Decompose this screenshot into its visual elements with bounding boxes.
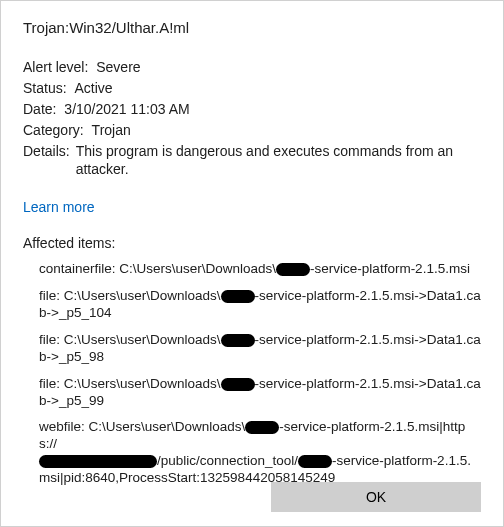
affected-item: file: C:\Users\user\Downloads\-service-p… — [39, 332, 481, 366]
affected-item: file: C:\Users\user\Downloads\-service-p… — [39, 376, 481, 410]
learn-more-link[interactable]: Learn more — [23, 199, 95, 215]
affected-item: webfile: C:\Users\user\Downloads\-servic… — [39, 419, 481, 487]
item-text: file: C:\Users\user\Downloads\ — [39, 332, 221, 347]
alert-level-label: Alert level: — [23, 59, 88, 75]
affected-items-heading: Affected items: — [23, 235, 481, 251]
redacted-segment — [221, 334, 255, 347]
redacted-segment — [298, 455, 332, 468]
redacted-segment — [276, 263, 310, 276]
redacted-segment — [221, 290, 255, 303]
item-text: webfile: C:\Users\user\Downloads\ — [39, 419, 245, 434]
redacted-segment — [245, 421, 279, 434]
threat-dialog: Trojan:Win32/Ulthar.A!ml Alert level: Se… — [0, 0, 504, 527]
alert-level-value: Severe — [96, 59, 140, 75]
details-row: Details: This program is dangerous and e… — [23, 142, 481, 180]
item-text: -service-platform-2.1.5.msi — [310, 261, 470, 276]
affected-item: containerfile: C:\Users\user\Downloads\-… — [39, 261, 481, 278]
category-value: Trojan — [92, 122, 131, 138]
status-row: Status: Active — [23, 79, 481, 98]
date-label: Date: — [23, 101, 56, 117]
details-value: This program is dangerous and executes c… — [76, 142, 481, 180]
affected-items-list: containerfile: C:\Users\user\Downloads\-… — [23, 261, 481, 487]
ok-button[interactable]: OK — [271, 482, 481, 512]
category-label: Category: — [23, 122, 84, 138]
item-text: file: C:\Users\user\Downloads\ — [39, 288, 221, 303]
status-value: Active — [74, 80, 112, 96]
item-text: /public/connection_tool/ — [157, 453, 298, 468]
redacted-segment — [39, 455, 157, 468]
details-label: Details: — [23, 142, 70, 180]
redacted-segment — [221, 378, 255, 391]
alert-level-row: Alert level: Severe — [23, 58, 481, 77]
item-text: containerfile: C:\Users\user\Downloads\ — [39, 261, 276, 276]
threat-name: Trojan:Win32/Ulthar.A!ml — [23, 19, 481, 36]
date-value: 3/10/2021 11:03 AM — [64, 101, 189, 117]
item-text: file: C:\Users\user\Downloads\ — [39, 376, 221, 391]
affected-item: file: C:\Users\user\Downloads\-service-p… — [39, 288, 481, 322]
date-row: Date: 3/10/2021 11:03 AM — [23, 100, 481, 119]
status-label: Status: — [23, 80, 67, 96]
category-row: Category: Trojan — [23, 121, 481, 140]
